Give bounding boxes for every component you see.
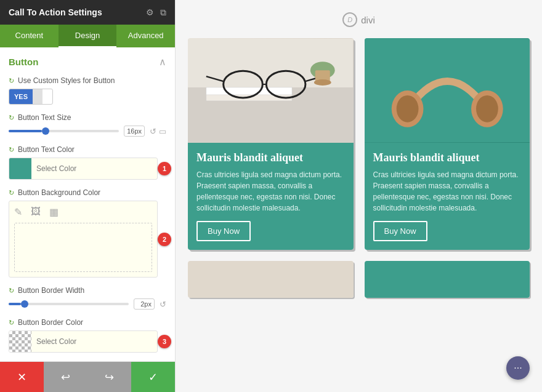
panel-footer: ✕ ↩ ↪ ✓ [0,361,175,392]
bg-color-gradient-icon[interactable]: ▦ [49,206,59,218]
border-width-fill [9,303,21,305]
text-color-label: Button Text Color [18,145,75,154]
custom-styles-label-row: ↻ Use Custom Styles for Button [9,76,166,85]
custom-styles-label: Use Custom Styles for Button [18,76,115,85]
bg-color-icons: ✎ 🖼 ▦ [14,206,152,218]
card-1-text: Cras ultricies ligula sed magna dictum p… [196,169,345,214]
border-width-actions: ↺ [160,300,166,309]
cancel-button[interactable]: ✕ [0,362,44,392]
text-size-label-row: ↻ Button Text Size [9,113,166,122]
panel-tabs: Content Design Advanced [0,25,175,47]
text-size-track[interactable] [9,130,119,132]
card-2: Mauris blandit aliquet Cras ultricies li… [365,38,530,250]
redo-button[interactable]: ↪ [87,362,131,392]
border-width-value[interactable]: 2px [134,298,155,310]
svg-point-11 [314,79,331,86]
section-title: Button [9,57,38,67]
chat-icon: ··· [514,362,522,374]
text-size-desktop-icon[interactable]: ▭ [159,127,166,136]
card-1: Mauris blandit aliquet Cras ultricies li… [188,38,354,250]
text-color-badge: 1 [158,162,171,175]
custom-styles-setting: ↻ Use Custom Styles for Button YES [9,76,166,105]
text-size-thumb[interactable] [42,127,49,135]
border-width-reset-icon[interactable]: ↺ [160,300,166,309]
brand-name: divi [361,15,375,25]
redo-icon: ↪ [105,370,114,384]
divi-logo: D [342,12,357,27]
border-width-track[interactable] [9,303,129,305]
card-2-text: Cras ultricies ligula sed magna dictum p… [373,169,522,214]
text-color-row[interactable]: Select Color [9,158,158,180]
border-width-slider-row: 2px ↺ [9,298,166,310]
card-1-title: Mauris blandit aliquet [196,151,345,164]
partial-card-2 [365,261,530,298]
text-color-refresh-icon[interactable]: ↻ [9,146,14,154]
text-color-label-row: ↻ Button Text Color [9,145,166,154]
card-2-body: Mauris blandit aliquet Cras ultricies li… [365,143,530,250]
cards-row: Mauris blandit aliquet Cras ultricies li… [188,38,530,250]
border-color-label-row: ↻ Button Border Color [9,318,166,327]
card-1-button[interactable]: Buy Now [196,221,251,241]
card-2-button[interactable]: Buy Now [373,221,427,241]
border-width-setting: ↻ Button Border Width 2px ↺ [9,286,166,310]
chat-bubble-button[interactable]: ··· [506,356,530,380]
save-icon: ✓ [148,370,158,384]
tab-design[interactable]: Design [59,25,117,47]
text-size-actions: ↺ ▭ [150,127,166,136]
partial-cards-row [188,261,530,298]
border-width-thumb[interactable] [21,300,28,308]
undo-button[interactable]: ↩ [44,362,87,392]
text-size-value[interactable]: 16px [124,126,145,137]
border-color-select-label[interactable]: Select Color [31,331,157,352]
svg-rect-3 [206,87,292,95]
panel-title: Call To Action Settings [9,7,102,17]
custom-styles-toggle[interactable]: YES [9,89,53,105]
partial-card-1 [188,261,354,298]
divi-header: D divi [188,12,530,27]
border-color-row[interactable]: Select Color [9,330,158,353]
bg-color-image-icon[interactable]: 🖼 [31,206,41,218]
text-size-slider-row: 16px ↺ ▭ [9,126,166,137]
save-button[interactable]: ✓ [131,362,175,392]
bg-color-refresh-icon[interactable]: ↻ [9,189,14,197]
border-width-label-row: ↻ Button Border Width [9,286,166,295]
text-size-reset-icon[interactable]: ↺ [150,127,156,136]
text-color-setting: ↻ Button Text Color Select Color 1 [9,145,166,180]
svg-point-14 [396,95,418,122]
bg-color-paint-icon[interactable]: ✎ [14,206,22,218]
tab-content[interactable]: Content [0,25,59,47]
text-size-setting: ↻ Button Text Size 16px ↺ ▭ [9,113,166,137]
tab-advanced[interactable]: Advanced [116,25,175,47]
section-header: Button ∧ [9,56,166,68]
bg-color-wrap: ✎ 🖼 ▦ 2 [9,201,166,278]
border-width-refresh-icon[interactable]: ↻ [9,287,14,295]
toggle-no[interactable] [33,89,42,104]
undo-icon: ↩ [61,370,70,384]
bg-color-swatch-large[interactable] [14,223,152,272]
section-toggle-icon[interactable]: ∧ [159,56,166,68]
toggle-yes[interactable]: YES [9,89,33,104]
main-content: D divi [176,0,542,392]
bg-color-badge: 2 [158,233,171,246]
bg-color-setting: ↻ Button Background Color ✎ 🖼 ▦ 2 [9,188,166,278]
text-size-label: Button Text Size [18,113,71,122]
partial-card-1-image [188,261,354,298]
settings-icon[interactable]: ⚙ [146,7,154,18]
text-color-select-label[interactable]: Select Color [31,158,157,179]
text-color-swatch[interactable] [9,158,31,179]
bg-color-area: ✎ 🖼 ▦ [9,201,158,278]
border-color-swatch[interactable] [9,331,31,352]
copy-icon[interactable]: ⧉ [160,7,166,18]
text-size-refresh-icon[interactable]: ↻ [9,114,14,122]
border-width-label: Button Border Width [18,286,84,295]
custom-styles-refresh-icon[interactable]: ↻ [9,77,14,85]
partial-card-2-image [365,261,530,298]
svg-point-16 [475,95,498,122]
card-1-image [188,38,354,143]
card-1-body: Mauris blandit aliquet Cras ultricies li… [188,143,354,250]
panel-header: Call To Action Settings ⚙ ⧉ [0,0,175,25]
text-color-wrap: Select Color 1 [9,158,166,180]
settings-panel: Call To Action Settings ⚙ ⧉ Content Desi… [0,0,176,392]
bg-color-label: Button Background Color [18,188,100,197]
border-color-refresh-icon[interactable]: ↻ [9,319,14,327]
